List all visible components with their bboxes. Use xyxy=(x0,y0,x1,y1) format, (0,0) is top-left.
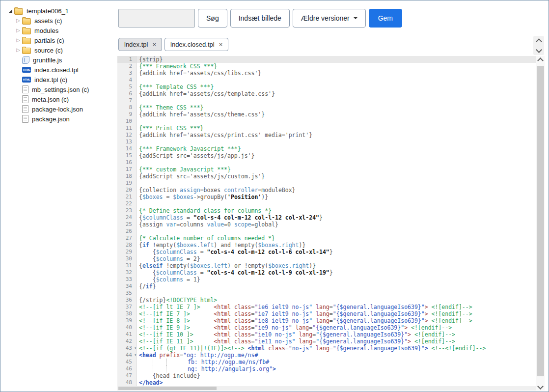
search-button[interactable]: Søg xyxy=(198,9,227,28)
tree-item[interactable]: ▷partials (c) xyxy=(4,35,115,45)
code-line[interactable]: <!--[if IE 10 ]> <html class="ie10 no-js… xyxy=(137,331,537,338)
code-line[interactable] xyxy=(137,97,537,104)
folder-icon xyxy=(22,48,31,54)
line-number: 24 xyxy=(117,214,137,221)
collapse-arrow-icon[interactable]: ▷ xyxy=(14,28,22,33)
code-line[interactable]: {head_include} xyxy=(137,372,537,379)
code-line[interactable]: {/strip}<!DOCTYPE html> xyxy=(137,297,537,304)
code-line[interactable]: {assign var=columns value=0 scope=global… xyxy=(137,221,537,228)
code-line[interactable]: {* Define standard class for columns *} xyxy=(137,207,537,214)
scroll-up-icon[interactable] xyxy=(537,57,544,64)
code-line[interactable] xyxy=(137,180,537,187)
vertical-scrollbar-thumb[interactable] xyxy=(537,66,544,376)
code-line[interactable]: {collection assign=boxes controller=modu… xyxy=(137,187,537,194)
code-line[interactable] xyxy=(137,77,537,84)
code-editor: 1234567891011121314151617181920212223242… xyxy=(117,56,537,386)
tree-item[interactable]: ▷source (c) xyxy=(4,45,115,55)
code-line[interactable]: fb: http://ogp.me/ns/fb# xyxy=(137,359,537,365)
expand-arrow-icon[interactable] xyxy=(6,9,14,13)
code-line[interactable] xyxy=(137,200,537,207)
line-number: 26 xyxy=(117,228,137,235)
collapse-arrow-icon[interactable]: ▷ xyxy=(14,48,22,53)
line-number: 43▾ xyxy=(117,345,137,352)
code-line[interactable]: {*** Framework CSS ***} xyxy=(137,63,537,70)
fold-arrow-icon[interactable]: ▾ xyxy=(134,345,137,352)
scroll-down-icon[interactable] xyxy=(537,383,544,390)
code-line[interactable]: {*** Print CSS ***} xyxy=(137,125,537,132)
tab-scroll-up-icon[interactable] xyxy=(536,38,542,45)
code-line[interactable]: {$boxes = $boxes->groupBy('Position')} xyxy=(137,194,537,200)
code-line[interactable]: {*** Framework Javascript ***} xyxy=(137,145,537,152)
tab-scroll-down-icon[interactable] xyxy=(536,47,542,53)
code-line[interactable]: {/if} xyxy=(137,283,537,290)
code-line[interactable]: {$columns = 2} xyxy=(137,255,537,262)
code-line[interactable]: {$columnClass = "col-s-4 col-m-12 col-l-… xyxy=(137,249,537,255)
line-number: 11 xyxy=(117,125,137,132)
code-line[interactable]: <head prefix="og: http://ogp.me/ns# xyxy=(137,352,537,359)
code-line[interactable]: <!--[if IE 8 ]> <html class="ie8 ielt9 n… xyxy=(137,317,537,324)
code-line[interactable]: {*** Template CSS ***} xyxy=(137,84,537,90)
collapse-arrow-icon[interactable]: ▷ xyxy=(14,18,22,23)
vertical-scrollbar[interactable] xyxy=(536,56,545,391)
code-line[interactable]: {*** custom Javascript ***} xyxy=(137,166,537,173)
fold-arrow-icon[interactable]: ▾ xyxy=(134,352,137,359)
code-line[interactable] xyxy=(137,159,537,166)
code-line[interactable]: {$columns = 1} xyxy=(137,276,537,283)
tree-item[interactable]: template006_1 xyxy=(4,6,115,16)
tree-item-label: source (c) xyxy=(34,47,63,54)
code-line[interactable]: {addLink href='assets/css/print.css' med… xyxy=(137,132,537,139)
search-input[interactable] xyxy=(118,9,195,28)
code-line[interactable]: ng: http://angularjs.org"> xyxy=(137,365,537,372)
tree-item[interactable]: package.json xyxy=(4,114,115,124)
code-line[interactable] xyxy=(137,228,537,235)
tree-item[interactable]: meta.json (c) xyxy=(4,94,115,104)
code-line[interactable]: <!--[if IE 7 ]> <html class="ie7 ielt9 n… xyxy=(137,310,537,317)
code-line[interactable]: {$columnClass = "col-s-4 col-m-12 col-l-… xyxy=(137,269,537,276)
collapse-arrow-icon[interactable]: ▷ xyxy=(14,38,22,43)
code-line[interactable]: {addScript src='assets/js/custom.js'} xyxy=(137,173,537,180)
older-versions-button[interactable]: Ældre versioner xyxy=(293,9,366,28)
code-line[interactable]: {elseif !empty($boxes.left) or !empty($b… xyxy=(137,262,537,269)
code-line[interactable]: <!--[if IE 9 ]> <html class="ie9 no-js" … xyxy=(137,324,537,331)
code-line[interactable]: {*** Theme CSS ***} xyxy=(137,104,537,111)
code-line[interactable]: </head> xyxy=(137,379,537,386)
code-line[interactable] xyxy=(137,118,537,125)
tree-item[interactable]: ▷modules xyxy=(4,26,115,35)
line-number: 47 xyxy=(117,372,137,379)
horizontal-scrollbar[interactable] xyxy=(117,386,536,391)
code-line[interactable]: {* Calculate number of columns needed *} xyxy=(137,235,537,242)
tab-index.tpl[interactable]: index.tpl× xyxy=(118,38,162,51)
editor-code[interactable]: {strip}{*** Framework CSS ***}{addLink h… xyxy=(137,56,537,386)
code-line[interactable] xyxy=(137,139,537,145)
line-number: 7 xyxy=(117,97,137,104)
code-line[interactable]: {addLink href='assets/css/theme.css'} xyxy=(137,111,537,118)
insert-image-button[interactable]: Indsæt billede xyxy=(230,9,290,28)
code-line[interactable]: {addLink href='assets/css/libs.css'} xyxy=(137,70,537,77)
code-line[interactable]: {addScript src='assets/js/app.js'} xyxy=(137,152,537,159)
code-line[interactable]: {strip} xyxy=(137,56,537,63)
save-button[interactable]: Gem xyxy=(369,9,402,28)
code-line[interactable]: {$columnClass = "col-s-4 col-m-12 col-l-… xyxy=(137,214,537,221)
code-line[interactable]: <!--[if IE 11 ]> <html class="ie11 no-js… xyxy=(137,338,537,345)
tree-item[interactable]: package-lock.json xyxy=(4,104,115,114)
line-number: 39 xyxy=(117,317,137,324)
code-line[interactable]: <!--[if lt IE 7 ]> <html class="ie6 ielt… xyxy=(137,304,537,310)
code-line[interactable]: <!--[if (gt IE 11)|!(IE)]><!--> <html cl… xyxy=(137,345,537,352)
tree-item[interactable]: HTMLindex.closed.tpl xyxy=(4,65,115,75)
tree-item[interactable]: ▷assets (c) xyxy=(4,16,115,26)
folder-icon xyxy=(14,8,23,15)
line-number: 9 xyxy=(117,111,137,118)
code-line[interactable] xyxy=(137,290,537,297)
tab-close-icon[interactable]: × xyxy=(152,41,156,48)
line-number: 31 xyxy=(117,262,137,269)
tree-item[interactable]: gruntfile.js xyxy=(4,55,115,65)
code-line[interactable]: {if !empty($boxes.left) and !empty($boxe… xyxy=(137,242,537,249)
horizontal-scrollbar-thumb[interactable] xyxy=(118,387,217,390)
tree-item[interactable]: mb_settings.json (c) xyxy=(4,84,115,94)
tree-item[interactable]: HTMLindex.tpl (c) xyxy=(4,75,115,84)
line-number: 15 xyxy=(117,152,137,159)
tab-close-icon[interactable]: × xyxy=(219,41,223,48)
code-line[interactable]: {addLink href='assets/css/template.css'} xyxy=(137,90,537,97)
line-number: 23 xyxy=(117,207,137,214)
tab-index.closed.tpl[interactable]: index.closed.tpl× xyxy=(165,38,228,51)
